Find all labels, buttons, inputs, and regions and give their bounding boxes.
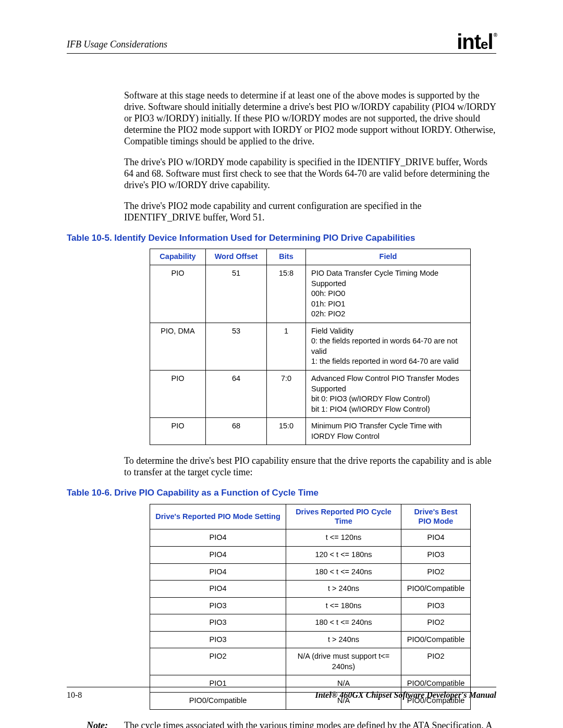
table-cell: 120 < t <= 180ns	[286, 546, 401, 563]
logo-e: e	[481, 36, 487, 52]
table-cell: t <= 180ns	[286, 597, 401, 614]
col-header: Word Offset	[206, 249, 267, 265]
table-row: PIO, DMA531Field Validity0: the fields r…	[150, 323, 471, 370]
table-cell: PIO	[150, 371, 206, 418]
running-header: IFB Usage Considerations	[67, 39, 496, 50]
paragraph: Software at this stage needs to determin…	[124, 90, 496, 147]
table-cell: PIO3	[150, 631, 286, 648]
paragraph: The drive's PIO2 mode capability and cur…	[124, 201, 496, 224]
page: IFB Usage Considerations intel® Software…	[0, 0, 563, 728]
table-cell: N/A (drive must support t<= 240ns)	[286, 648, 401, 675]
manual-title: Intel® 460GX Chipset Software Developer'…	[315, 690, 496, 700]
table-caption: Table 10-6. Drive PIO Capability as a Fu…	[67, 488, 496, 499]
table-cell: 68	[206, 418, 267, 445]
table-cell: 1	[267, 323, 306, 370]
table-cell: 15:8	[267, 265, 306, 323]
table-cell: t > 240ns	[286, 581, 401, 598]
table-cell: 51	[206, 265, 267, 323]
table-cell: Field Validity0: the fields reported in …	[306, 323, 471, 370]
table-caption: Table 10-5. Identify Device Information …	[67, 233, 496, 244]
table-cell: PIO2	[401, 648, 471, 675]
paragraph: The drive's PIO w/IORDY mode capability …	[124, 157, 496, 191]
table-cell: PIO, DMA	[150, 323, 206, 370]
table-cell: PIO3	[150, 614, 286, 632]
page-number: 10-8	[67, 690, 82, 700]
col-header: Drive's Best PIO Mode	[401, 504, 471, 529]
table-cell: PIO4	[150, 529, 286, 547]
table-cell: PIO	[150, 265, 206, 323]
table-cell: PIO0/Compatible	[401, 631, 471, 648]
table-row: PIO5115:8PIO Data Transfer Cycle Timing …	[150, 265, 471, 323]
header-rule	[67, 53, 496, 54]
note-label: Note:	[87, 720, 124, 728]
logo-text2: l	[488, 30, 493, 53]
table-cell: PIO2	[150, 648, 286, 675]
table-row: PIO6815:0Minimum PIO Transfer Cycle Time…	[150, 418, 471, 445]
table-cell: t <= 120ns	[286, 529, 401, 547]
table-row: PIO647:0Advanced Flow Control PIO Transf…	[150, 371, 471, 418]
col-header: Drives Reported PIO Cycle Time	[286, 504, 401, 529]
table-cell: PIO2	[401, 563, 471, 581]
table-cell: PIO4	[150, 546, 286, 563]
table-cell: Minimum PIO Transfer Cycle Time with IOR…	[306, 418, 471, 445]
logo-reg: ®	[494, 32, 497, 38]
table-row: PIO2N/A (drive must support t<= 240ns)PI…	[150, 648, 471, 675]
table-cell: PIO3	[401, 597, 471, 614]
col-header: Drive's Reported PIO Mode Setting	[150, 504, 286, 529]
table-cell: PIO0/Compatible	[401, 581, 471, 598]
col-header: Capability	[150, 249, 206, 265]
table-header-row: Drive's Reported PIO Mode Setting Drives…	[150, 504, 471, 529]
table-cell: t > 240ns	[286, 631, 401, 648]
table-cell: 180 < t <= 240ns	[286, 614, 401, 632]
col-header: Field	[306, 249, 471, 265]
table-cell: PIO Data Transfer Cycle Timing Mode Supp…	[306, 265, 471, 323]
intel-logo: intel®	[457, 30, 496, 54]
page-footer: 10-8 Intel® 460GX Chipset Software Devel…	[67, 687, 496, 700]
table-cell: PIO4	[150, 581, 286, 598]
table-row: PIO3180 < t <= 240nsPIO2	[150, 614, 471, 632]
table-cell: 180 < t <= 240ns	[286, 563, 401, 581]
table-row: PIO4t <= 120nsPIO4	[150, 529, 471, 547]
table-row: PIO4180 < t <= 240nsPIO2	[150, 563, 471, 581]
table-cell: 53	[206, 323, 267, 370]
table-row: PIO3t > 240nsPIO0/Compatible	[150, 631, 471, 648]
table-cycle-time: Drive's Reported PIO Mode Setting Drives…	[150, 504, 471, 710]
table-cell: PIO	[150, 418, 206, 445]
note: Note: The cycle times associated with th…	[87, 720, 496, 728]
table-row: PIO4t > 240nsPIO0/Compatible	[150, 581, 471, 598]
table-cell: PIO4	[150, 563, 286, 581]
note-text: The cycle times associated with the vari…	[124, 720, 496, 728]
paragraph: To determine the drive's best PIO capabi…	[124, 455, 496, 478]
table-cell: Advanced Flow Control PIO Transfer Modes…	[306, 371, 471, 418]
table-header-row: Capability Word Offset Bits Field	[150, 249, 471, 265]
table-cell: 7:0	[267, 371, 306, 418]
table-cell: 15:0	[267, 418, 306, 445]
table-cell: PIO4	[401, 529, 471, 547]
table-cell: 64	[206, 371, 267, 418]
table-row: PIO3t <= 180nsPIO3	[150, 597, 471, 614]
logo-text: int	[457, 30, 481, 53]
table-cell: PIO3	[401, 546, 471, 563]
table-pio-capabilities: Capability Word Offset Bits Field PIO511…	[150, 249, 471, 445]
table-cell: PIO2	[401, 614, 471, 632]
table-cell: PIO3	[150, 597, 286, 614]
body-content: Software at this stage needs to determin…	[124, 90, 496, 728]
col-header: Bits	[267, 249, 306, 265]
table-row: PIO4120 < t <= 180nsPIO3	[150, 546, 471, 563]
